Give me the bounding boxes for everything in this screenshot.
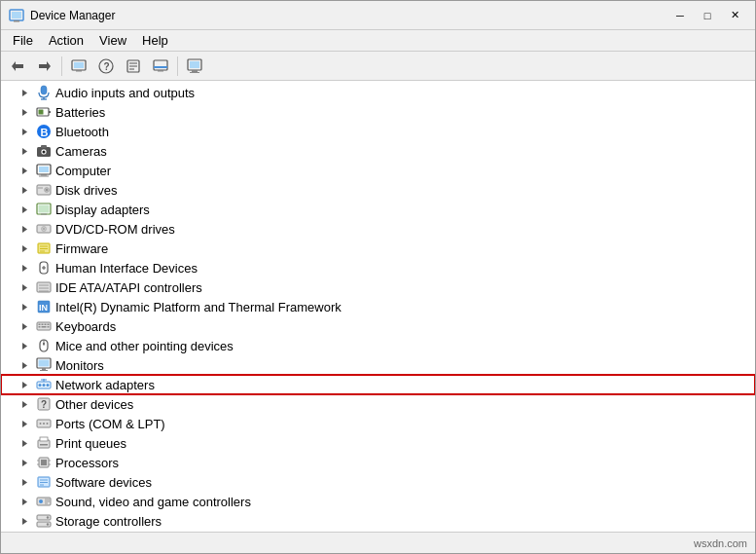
tree-item-18[interactable]: Print queues xyxy=(1,433,755,453)
device-manager-icon-button[interactable] xyxy=(66,55,91,78)
help-icon-button[interactable]: ? xyxy=(93,55,119,78)
tree-item-4[interactable]: Computer xyxy=(1,161,755,180)
monitor-button[interactable] xyxy=(182,55,207,78)
tree-item-6[interactable]: Display adapters xyxy=(1,200,755,219)
window-icon xyxy=(9,8,24,23)
scan-button[interactable] xyxy=(148,55,173,78)
expand-icon-17[interactable] xyxy=(17,416,32,431)
expand-icon-16[interactable] xyxy=(17,396,32,412)
svg-text:IN: IN xyxy=(39,303,48,313)
expand-icon-12[interactable] xyxy=(17,318,32,334)
toolbar-separator-2 xyxy=(177,56,178,76)
expand-icon-21[interactable] xyxy=(17,494,32,509)
device-label-11: Intel(R) Dynamic Platform and Thermal Fr… xyxy=(55,300,342,314)
menu-file[interactable]: File xyxy=(5,31,41,50)
expand-icon-15[interactable] xyxy=(17,377,32,392)
tree-item-9[interactable]: Human Interface Devices xyxy=(1,258,755,277)
tree-item-3[interactable]: Cameras xyxy=(1,141,755,161)
svg-marker-81 xyxy=(22,343,27,350)
svg-rect-2 xyxy=(14,20,19,22)
device-icon-20 xyxy=(36,474,52,490)
menu-view[interactable]: View xyxy=(91,31,134,50)
tree-item-14[interactable]: Monitors xyxy=(1,355,755,375)
tree-item-12[interactable]: Keyboards xyxy=(1,316,755,336)
device-tree[interactable]: Audio inputs and outputsBatteriesBBlueto… xyxy=(1,81,755,532)
tree-item-10[interactable]: IDE ATA/ATAPI controllers xyxy=(1,277,755,297)
expand-icon-2[interactable] xyxy=(17,124,32,139)
svg-rect-88 xyxy=(42,368,46,370)
expand-icon-18[interactable] xyxy=(17,435,32,451)
device-icon-11: IN xyxy=(36,299,52,314)
svg-point-131 xyxy=(47,523,49,525)
svg-marker-127 xyxy=(22,518,27,525)
device-icon-6 xyxy=(36,202,52,217)
expand-icon-6[interactable] xyxy=(17,202,32,217)
svg-rect-27 xyxy=(49,111,51,113)
menu-bar: File Action View Help xyxy=(1,30,755,52)
svg-point-94 xyxy=(47,384,50,387)
status-right-text: wsxdn.com xyxy=(694,537,747,549)
device-icon-22 xyxy=(36,513,52,529)
expand-icon-14[interactable] xyxy=(17,357,32,373)
expand-icon-13[interactable] xyxy=(17,338,32,353)
svg-rect-41 xyxy=(39,176,49,177)
minimize-button[interactable]: ─ xyxy=(667,6,693,25)
expand-icon-22[interactable] xyxy=(17,513,32,529)
close-button[interactable]: ✕ xyxy=(722,6,747,25)
menu-action[interactable]: Action xyxy=(41,31,91,50)
svg-marker-121 xyxy=(22,499,27,505)
tree-item-5[interactable]: Disk drives xyxy=(1,180,755,200)
back-button[interactable] xyxy=(5,55,30,78)
tree-item-21[interactable]: Sound, video and game controllers xyxy=(1,492,755,511)
expand-icon-1[interactable] xyxy=(17,104,32,120)
tree-item-22[interactable]: Storage controllers xyxy=(1,511,755,531)
expand-icon-9[interactable] xyxy=(17,260,32,276)
tree-item-15[interactable]: Network adapters xyxy=(1,375,755,394)
svg-point-54 xyxy=(43,228,45,230)
svg-rect-111 xyxy=(41,460,47,465)
tree-item-2[interactable]: BBluetooth xyxy=(1,122,755,141)
expand-icon-7[interactable] xyxy=(17,221,32,237)
expand-icon-11[interactable] xyxy=(17,299,32,314)
expand-icon-10[interactable] xyxy=(17,279,32,295)
expand-icon-19[interactable] xyxy=(17,455,32,470)
expand-icon-20[interactable] xyxy=(17,474,32,490)
device-icon-19 xyxy=(36,455,52,470)
tree-item-1[interactable]: Batteries xyxy=(1,102,755,122)
expand-icon-5[interactable] xyxy=(17,182,32,198)
title-bar-buttons: ─ □ ✕ xyxy=(667,6,747,25)
status-bar: wsxdn.com xyxy=(1,532,755,553)
svg-marker-116 xyxy=(22,479,27,486)
menu-help[interactable]: Help xyxy=(134,31,176,50)
svg-marker-51 xyxy=(22,226,27,233)
svg-marker-3 xyxy=(12,61,23,71)
tree-item-8[interactable]: Firmware xyxy=(1,239,755,258)
forward-button[interactable] xyxy=(32,55,57,78)
expand-icon-3[interactable] xyxy=(17,143,32,159)
svg-rect-117 xyxy=(38,477,50,487)
expand-icon-8[interactable] xyxy=(17,240,32,256)
maximize-button[interactable]: □ xyxy=(695,6,720,25)
svg-rect-56 xyxy=(38,243,50,253)
device-label-9: Human Interface Devices xyxy=(55,261,198,276)
svg-text:?: ? xyxy=(41,399,47,410)
expand-icon-0[interactable] xyxy=(17,85,32,100)
tree-item-17[interactable]: Ports (COM & LPT) xyxy=(1,414,755,433)
properties-button[interactable] xyxy=(121,55,146,78)
svg-marker-90 xyxy=(22,382,27,388)
tree-item-7[interactable]: DVD/CD-ROM drives xyxy=(1,219,755,239)
tree-item-0[interactable]: Audio inputs and outputs xyxy=(1,83,755,102)
svg-rect-74 xyxy=(39,324,41,326)
tree-item-20[interactable]: Software devices xyxy=(1,472,755,492)
tree-item-13[interactable]: Mice and other pointing devices xyxy=(1,336,755,355)
device-label-5: Disk drives xyxy=(55,183,118,198)
svg-point-123 xyxy=(39,499,43,503)
expand-icon-4[interactable] xyxy=(17,163,32,178)
tree-item-19[interactable]: Processors xyxy=(1,453,755,472)
tree-item-16[interactable]: ?Other devices xyxy=(1,394,755,414)
device-icon-0 xyxy=(36,85,52,100)
svg-rect-36 xyxy=(41,145,47,148)
tree-item-11[interactable]: INIntel(R) Dynamic Platform and Thermal … xyxy=(1,297,755,316)
svg-rect-108 xyxy=(40,444,48,446)
svg-marker-21 xyxy=(22,90,27,96)
